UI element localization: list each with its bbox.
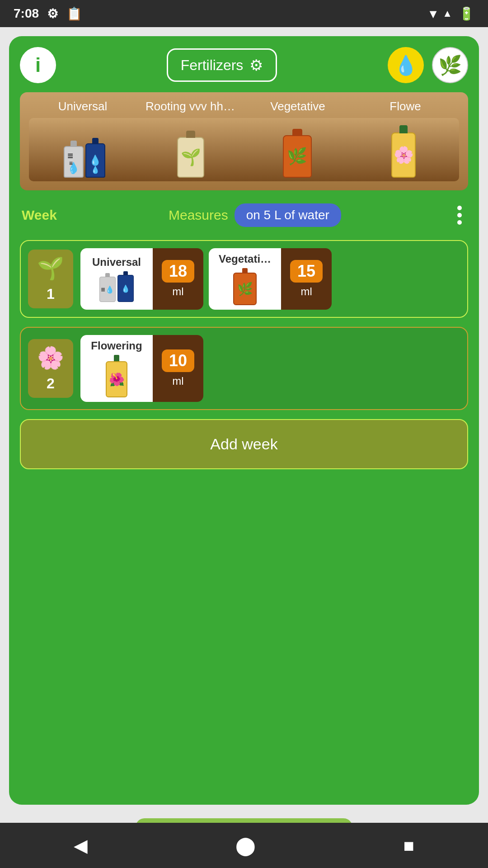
week-number-box-1: 🌱 1 (28, 250, 73, 308)
fert-entry-flowering[interactable]: Flowering 🌺 10 ml (80, 335, 203, 402)
navy-bottle: 💧 (85, 143, 105, 178)
time-display: 7:08 (14, 6, 39, 21)
clipboard-icon: 📋 (66, 6, 82, 21)
info-icon: i (35, 54, 41, 76)
seeds-icon-button[interactable]: 🌿 (432, 47, 468, 83)
fert-name-universal: Universal (92, 256, 141, 269)
wifi-icon: ▾ (430, 6, 436, 21)
fert-entry-vegetative[interactable]: Vegetati… 🌿 15 ml (209, 248, 332, 310)
settings-status-icon: ⚙ (47, 6, 58, 21)
fert-image-flowering: Flowering 🌺 (80, 335, 153, 402)
add-week-button[interactable]: Add week (20, 419, 468, 469)
dot1 (457, 206, 462, 210)
shelf-container: Universal Rooting vvv hh… Vegetative Flo… (20, 92, 468, 190)
fert-amount-number-vegetative: 15 (290, 260, 323, 283)
week2-number: 2 (47, 375, 55, 392)
water-icon-button[interactable]: 💧 (388, 47, 424, 83)
dot3 (457, 220, 462, 225)
status-left: 7:08 ⚙ 📋 (14, 6, 82, 21)
shelf-labels: Universal Rooting vvv hh… Vegetative Flo… (29, 99, 459, 113)
signal-icon: ▲ (442, 8, 452, 19)
fert-image-vegetative: Vegetati… 🌿 (209, 248, 281, 310)
water-drop-icon: 💧 (394, 54, 418, 76)
add-week-label: Add week (210, 435, 277, 453)
vegetative-bottle: 🌿 (283, 135, 312, 178)
fertilizers-button[interactable]: Fertilizers ⚙ (167, 48, 277, 82)
more-options-button[interactable] (453, 201, 466, 229)
measures-badge: on 5 L of water (235, 203, 341, 227)
fert-amount-unit-universal: ml (172, 285, 183, 298)
header-icons: 💧 🌿 (388, 47, 468, 83)
recents-icon: ■ (404, 835, 414, 855)
shelf-items: ≡💧 💧 🌱 (29, 118, 459, 181)
shelf-label-rooting: Rooting vvv hh… (136, 99, 244, 113)
week-card-2: 🌸 2 Flowering 🌺 10 ml (20, 327, 468, 410)
fertilizers-label: Fertilizers (181, 57, 244, 74)
recents-button[interactable]: ■ (394, 826, 423, 865)
fert-amount-number-flowering: 10 (162, 349, 194, 372)
back-icon: ◀ (74, 835, 88, 855)
week-label: Week (22, 208, 57, 223)
fert-amount-universal: 18 ml (153, 248, 203, 310)
fert-bottles-universal: ≡💧 💧 (99, 271, 134, 302)
fert-name-flowering: Flowering (91, 340, 142, 352)
week1-number: 1 (47, 286, 55, 302)
shelf-item-universal[interactable]: ≡💧 💧 (38, 138, 131, 178)
week2-fert-entries: Flowering 🌺 10 ml (80, 335, 460, 402)
shelf-item-flowering[interactable]: 🌸 (357, 125, 450, 178)
gear-icon: ⚙ (249, 56, 263, 74)
seeds-icon: 🌿 (438, 54, 462, 76)
info-button[interactable]: i (20, 47, 56, 83)
shelf-label-vegetative: Vegetative (244, 99, 352, 113)
fert-image-universal: Universal ≡💧 💧 (80, 248, 153, 310)
fert-name-vegetative: Vegetati… (219, 253, 271, 265)
shelf-label-flowering: Flowe (352, 99, 459, 113)
home-icon: ⬤ (235, 835, 256, 855)
main-card: i Fertilizers ⚙ 💧 🌿 Universal Rooting vv… (9, 36, 479, 805)
fert-amount-unit-vegetative: ml (300, 285, 312, 298)
bottom-nav: ◀ ⬤ ■ (0, 823, 488, 868)
rooting-bottle: 🌱 (177, 137, 204, 178)
fert-amount-number-universal: 18 (162, 260, 194, 283)
week1-fert-entries: Universal ≡💧 💧 18 ml (80, 248, 460, 310)
week-number-box-2: 🌸 2 (28, 339, 73, 398)
flowering-bottle: 🌸 (391, 132, 416, 178)
shelf-item-rooting[interactable]: 🌱 (145, 131, 238, 178)
week1-plant-icon: 🌱 (37, 256, 64, 281)
back-button[interactable]: ◀ (65, 826, 97, 865)
dot2 (457, 213, 462, 217)
status-bar: 7:08 ⚙ 📋 ▾ ▲ 🔋 (0, 0, 488, 27)
battery-icon: 🔋 (459, 6, 474, 21)
controls-row: Week Measures on 5 L of water (20, 201, 468, 229)
header: i Fertilizers ⚙ 💧 🌿 (20, 47, 468, 83)
status-right: ▾ ▲ 🔋 (430, 6, 474, 21)
week-card-1: 🌱 1 Universal ≡💧 💧 (20, 240, 468, 318)
fert-entry-universal[interactable]: Universal ≡💧 💧 18 ml (80, 248, 203, 310)
fert-amount-vegetative: 15 ml (281, 248, 332, 310)
shelf-item-vegetative[interactable]: 🌿 (251, 129, 344, 178)
fert-amount-flowering: 10 ml (153, 335, 203, 402)
week2-plant-icon: 🌸 (37, 345, 64, 371)
measures-label: Measures (169, 208, 228, 223)
grey-bottle: ≡💧 (64, 146, 84, 178)
controls-center: Measures on 5 L of water (169, 203, 341, 227)
shelf-label-universal: Universal (29, 99, 136, 113)
fert-amount-unit-flowering: ml (172, 375, 183, 387)
home-button[interactable]: ⬤ (226, 826, 265, 865)
